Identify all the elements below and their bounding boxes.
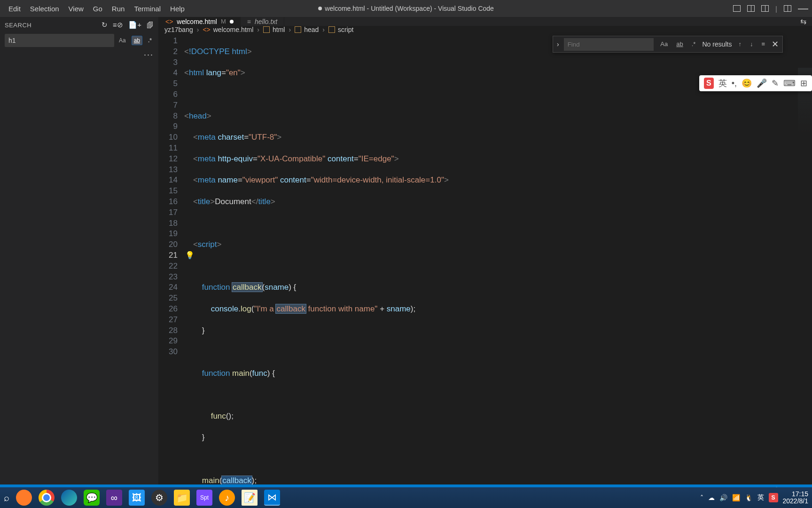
find-prev-icon[interactable]: ↑: [736, 38, 743, 51]
clear-icon[interactable]: ≡⊘: [113, 21, 124, 29]
find-match-case[interactable]: Aa: [658, 38, 670, 51]
symbol-icon: [263, 26, 270, 33]
edge-icon[interactable]: [61, 490, 77, 506]
modified-dot-icon: [318, 7, 322, 10]
menu-run[interactable]: Run: [107, 3, 130, 15]
find-result-count: No results: [702, 39, 732, 50]
code-content[interactable]: <!DOCTYPE html> <html lang="en"> <head> …: [184, 34, 812, 508]
tab-label: welcome.html: [177, 18, 217, 25]
find-regex[interactable]: .*: [690, 38, 698, 51]
lightbulb-icon[interactable]: 💡: [185, 250, 195, 261]
text-file-icon: ≡: [247, 18, 251, 25]
menu-bar: Edit Selection View Go Run Terminal Help…: [0, 0, 812, 17]
tab-modified-dot-icon: [230, 20, 234, 24]
tab-welcome-html[interactable]: <> welcome.html M: [159, 17, 241, 26]
symbol-icon: [295, 26, 301, 33]
spt-app-icon[interactable]: Spt: [196, 490, 212, 506]
refresh-icon[interactable]: ↻: [102, 21, 108, 29]
menu-selection[interactable]: Selection: [25, 3, 64, 15]
breadcrumb-file[interactable]: <> welcome.html: [203, 26, 253, 33]
menu-go[interactable]: Go: [88, 3, 107, 15]
html-file-icon: <>: [165, 18, 173, 25]
title-text: welcome.html - Untitled (Workspace) - Vi…: [325, 5, 494, 12]
search-panel: SEARCH ↻ ≡⊘ 📄+ 🗐 Aa ab .* ···: [0, 17, 159, 494]
ime-punct-icon[interactable]: •,: [732, 79, 737, 88]
layout-icon-4[interactable]: [784, 5, 791, 12]
new-file-icon[interactable]: 📄+: [128, 21, 142, 29]
menu-help[interactable]: Help: [165, 3, 189, 15]
line-gutter: 12345 678910 1112131415 1617181920 21222…: [159, 34, 184, 508]
search-input[interactable]: [5, 34, 114, 47]
layout-icon-2[interactable]: [747, 5, 755, 12]
tray-cloud-icon[interactable]: ☁: [708, 494, 715, 501]
chrome-icon[interactable]: [39, 490, 55, 506]
breadcrumb-folder[interactable]: yz17bang: [164, 26, 193, 33]
find-whole-word[interactable]: ab: [674, 38, 685, 51]
match-case-toggle[interactable]: Aa: [117, 36, 128, 45]
whole-word-toggle[interactable]: ab: [132, 36, 142, 45]
editor-area: <> welcome.html M ≡ hello.txt ⇆ yz17bang…: [159, 17, 812, 494]
tray-wifi-icon[interactable]: 📶: [732, 494, 740, 501]
layout-icon-1[interactable]: [733, 5, 741, 12]
layout-icon-3[interactable]: [761, 5, 769, 12]
tray-volume-icon[interactable]: 🔊: [719, 494, 727, 501]
breadcrumb-script[interactable]: script: [328, 26, 353, 33]
photos-icon[interactable]: 🖼: [129, 490, 145, 506]
tray-clock[interactable]: 17:15 2022/8/1: [783, 491, 809, 505]
ime-write-icon[interactable]: ✎: [772, 78, 779, 88]
tray-ime-lang[interactable]: 英: [757, 493, 764, 502]
tab-git-modified: M: [221, 18, 226, 25]
regex-toggle[interactable]: .*: [146, 36, 154, 45]
code-editor[interactable]: › Aa ab .* No results ↑ ↓ ≡ ✕ 12345 6789…: [159, 34, 812, 508]
music-icon[interactable]: ♪: [219, 490, 235, 506]
system-tray: ˄ ☁ 🔊 📶 🐧 英 S 17:15 2022/8/1: [700, 491, 809, 505]
find-next-icon[interactable]: ↓: [748, 38, 755, 51]
find-close-icon[interactable]: ✕: [772, 39, 779, 50]
find-input[interactable]: [564, 38, 654, 51]
tray-qq-icon[interactable]: 🐧: [745, 494, 753, 501]
ime-emoji-icon[interactable]: 😊: [742, 78, 752, 88]
ime-toolbar[interactable]: S 英 •, 😊 🎤 ✎ ⌨ ⊞: [699, 75, 812, 91]
ime-keyboard-icon[interactable]: ⌨: [783, 78, 796, 88]
tray-sogou-icon[interactable]: S: [769, 493, 778, 502]
menu-edit[interactable]: Edit: [4, 3, 25, 15]
notepad-icon[interactable]: 📝: [242, 490, 258, 506]
symbol-icon: [328, 26, 335, 33]
wechat-icon[interactable]: 💬: [84, 490, 100, 506]
window-title: welcome.html - Untitled (Workspace) - Vi…: [318, 5, 494, 12]
file-explorer-icon[interactable]: 📁: [174, 490, 190, 506]
settings-icon[interactable]: ⚙: [151, 490, 167, 506]
vscode-icon[interactable]: ⋈: [264, 490, 280, 506]
find-widget: › Aa ab .* No results ↑ ↓ ≡ ✕: [553, 36, 783, 53]
tab-label: hello.txt: [255, 18, 277, 25]
window-minimize-icon[interactable]: —: [798, 2, 808, 15]
ime-toolbox-icon[interactable]: ⊞: [800, 78, 807, 88]
tray-chevron-icon[interactable]: ˄: [700, 494, 703, 501]
toggle-replace-icon[interactable]: ···: [5, 50, 154, 60]
breadcrumb-head[interactable]: head: [295, 26, 319, 33]
breadcrumb-html[interactable]: html: [263, 26, 285, 33]
ime-language[interactable]: 英: [718, 78, 727, 89]
find-selection-icon[interactable]: ≡: [759, 38, 767, 51]
ime-voice-icon[interactable]: 🎤: [757, 78, 767, 88]
search-icon[interactable]: ⌕: [4, 492, 9, 503]
breadcrumb[interactable]: yz17bang › <> welcome.html › html › head…: [159, 26, 812, 34]
menu-view[interactable]: View: [64, 3, 88, 15]
collapse-icon[interactable]: 🗐: [147, 21, 154, 29]
editor-tabs: <> welcome.html M ≡ hello.txt ⇆: [159, 17, 812, 26]
windows-taskbar: ⌕ 💬 ∞ 🖼 ⚙ 📁 Spt ♪ 📝 ⋈ ˄ ☁ 🔊 📶 🐧 英 S 17:1…: [0, 487, 812, 508]
search-panel-title: SEARCH: [5, 22, 31, 29]
window-controls: | —: [733, 2, 808, 15]
visual-studio-icon[interactable]: ∞: [106, 490, 122, 506]
firefox-icon[interactable]: [16, 490, 32, 506]
tab-hello-txt[interactable]: ≡ hello.txt: [241, 17, 284, 26]
menu-terminal[interactable]: Terminal: [129, 3, 165, 15]
find-expand-icon[interactable]: ›: [557, 39, 559, 50]
sogou-logo-icon[interactable]: S: [704, 78, 714, 89]
compare-icon[interactable]: ⇆: [800, 17, 806, 26]
